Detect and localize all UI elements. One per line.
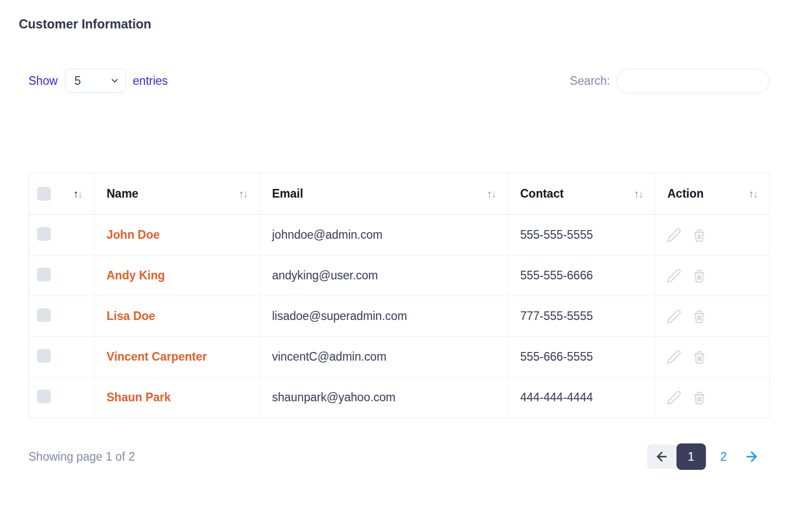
pencil-icon xyxy=(666,228,682,243)
row-select-cell xyxy=(29,296,94,337)
customer-table: ↑↓ Name ↑↓ Email ↑↓ xyxy=(28,173,770,418)
delete-button[interactable] xyxy=(691,389,708,406)
customer-name-link[interactable]: John Doe xyxy=(107,228,160,241)
previous-page-button[interactable] xyxy=(647,444,676,469)
contact-cell: 555-666-5555 xyxy=(508,337,655,377)
table-controls: Show 5 entries Search: xyxy=(28,68,769,93)
header-name-column[interactable]: Name ↑↓ xyxy=(94,173,260,215)
trash-icon xyxy=(692,228,707,243)
delete-button[interactable] xyxy=(691,308,708,325)
row-select-cell xyxy=(29,255,94,296)
table-container: ↑↓ Name ↑↓ Email ↑↓ xyxy=(28,173,769,418)
page-size-control: Show 5 entries xyxy=(28,69,168,93)
sort-arrows-icon[interactable]: ↑↓ xyxy=(487,188,495,200)
trash-icon xyxy=(692,349,707,365)
edit-button[interactable] xyxy=(665,348,683,366)
table-header: ↑↓ Name ↑↓ Email ↑↓ xyxy=(29,173,770,215)
action-cell xyxy=(655,377,770,418)
row-checkbox[interactable] xyxy=(37,308,51,322)
pencil-icon xyxy=(666,390,682,405)
trash-icon xyxy=(692,268,707,283)
header-contact-column[interactable]: Contact ↑↓ xyxy=(508,173,655,215)
row-checkbox[interactable] xyxy=(37,268,51,281)
delete-button[interactable] xyxy=(691,227,708,244)
sort-arrows-icon[interactable]: ↑↓ xyxy=(73,188,82,200)
name-cell: Andy King xyxy=(94,255,260,296)
search-input[interactable] xyxy=(616,69,769,93)
table-row: Lisa Doe lisadoe@superadmin.com 777-555-… xyxy=(29,296,770,337)
action-cell xyxy=(655,337,770,377)
action-cell xyxy=(655,215,770,255)
customer-name-link[interactable]: Vincent Carpenter xyxy=(107,350,207,363)
sort-arrows-icon[interactable]: ↑↓ xyxy=(749,188,757,200)
pencil-icon xyxy=(666,268,682,283)
trash-icon xyxy=(692,390,707,405)
sort-arrows-icon[interactable]: ↑↓ xyxy=(239,188,247,200)
edit-button[interactable] xyxy=(665,308,683,325)
contact-cell: 444-444-4444 xyxy=(508,377,655,418)
column-label: Contact xyxy=(520,187,564,201)
header-email-column[interactable]: Email ↑↓ xyxy=(260,173,508,215)
email-cell: lisadoe@superadmin.com xyxy=(260,296,508,337)
email-cell: johndoe@admin.com xyxy=(260,215,508,255)
delete-button[interactable] xyxy=(691,348,708,366)
pagination: 1 2 xyxy=(647,443,759,470)
row-select-cell xyxy=(29,215,94,255)
edit-button[interactable] xyxy=(665,267,683,284)
search-control: Search: xyxy=(570,69,769,93)
page-status: Showing page 1 of 2 xyxy=(28,450,135,464)
select-all-checkbox[interactable] xyxy=(37,187,51,201)
trash-icon xyxy=(692,309,707,324)
edit-button[interactable] xyxy=(665,227,683,244)
table-row: Vincent Carpenter vincentC@admin.com 555… xyxy=(29,337,770,377)
page-1-button[interactable]: 1 xyxy=(676,443,706,470)
edit-button[interactable] xyxy=(665,389,683,406)
name-cell: Shaun Park xyxy=(94,377,260,418)
name-cell: John Doe xyxy=(94,215,260,255)
customer-name-link[interactable]: Andy King xyxy=(107,269,165,282)
email-cell: vincentC@admin.com xyxy=(260,337,508,377)
name-cell: Lisa Doe xyxy=(94,296,260,337)
name-cell: Vincent Carpenter xyxy=(94,337,260,377)
entries-label: entries xyxy=(133,74,168,88)
arrow-left-icon xyxy=(655,450,669,464)
row-checkbox[interactable] xyxy=(37,390,51,403)
row-select-cell xyxy=(29,377,94,418)
pencil-icon xyxy=(666,309,682,324)
delete-button[interactable] xyxy=(691,267,708,284)
arrow-right-icon xyxy=(744,449,759,464)
column-label: Name xyxy=(107,187,139,201)
column-label: Action xyxy=(667,187,704,201)
search-label: Search: xyxy=(570,74,610,88)
customer-information-page: Customer Information Show 5 entries Sear… xyxy=(0,0,812,512)
table-body: John Doe johndoe@admin.com 555-555-5555 xyxy=(29,215,770,418)
row-checkbox[interactable] xyxy=(37,349,51,363)
table-row: John Doe johndoe@admin.com 555-555-5555 xyxy=(29,215,770,255)
email-cell: shaunpark@yahoo.com xyxy=(260,377,508,418)
table-row: Shaun Park shaunpark@yahoo.com 444-444-4… xyxy=(29,377,770,418)
contact-cell: 555-555-5555 xyxy=(508,215,655,255)
action-cell xyxy=(655,255,770,296)
sort-arrows-icon[interactable]: ↑↓ xyxy=(634,188,642,200)
page-2-button[interactable]: 2 xyxy=(720,450,727,464)
page-size-select-wrap: 5 xyxy=(65,69,126,93)
row-select-cell xyxy=(29,337,94,377)
customer-name-link[interactable]: Lisa Doe xyxy=(107,309,155,323)
column-label: Email xyxy=(272,187,303,201)
header-row: ↑↓ Name ↑↓ Email ↑↓ xyxy=(29,173,770,215)
pencil-icon xyxy=(666,349,682,365)
row-checkbox[interactable] xyxy=(37,227,51,241)
header-select-column[interactable]: ↑↓ xyxy=(29,173,94,215)
table-row: Andy King andyking@user.com 555-555-6666 xyxy=(29,255,770,296)
next-page-button[interactable] xyxy=(744,449,759,464)
customer-name-link[interactable]: Shaun Park xyxy=(107,391,171,404)
contact-cell: 555-555-6666 xyxy=(508,255,655,296)
contact-cell: 777-555-5555 xyxy=(508,296,655,337)
header-action-column[interactable]: Action ↑↓ xyxy=(655,173,770,215)
action-cell xyxy=(655,296,770,337)
page-size-select[interactable]: 5 xyxy=(65,69,126,93)
page-title: Customer Information xyxy=(0,0,812,31)
table-footer: Showing page 1 of 2 1 2 xyxy=(28,443,759,470)
show-label: Show xyxy=(28,74,58,88)
email-cell: andyking@user.com xyxy=(260,255,508,296)
